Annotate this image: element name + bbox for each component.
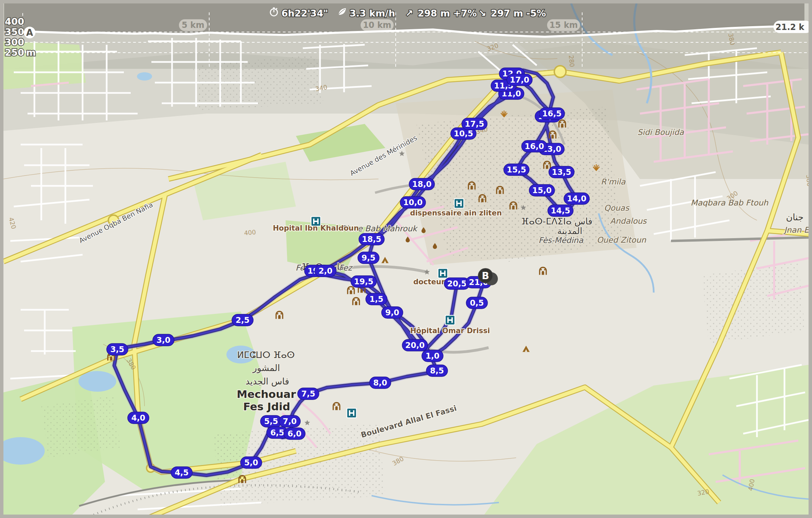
km-marker-8_5[interactable]: 8,5 xyxy=(426,365,448,377)
km-marker-label: 18,0 xyxy=(412,180,432,189)
map-label: Fès-Médina xyxy=(538,236,584,245)
km-marker-9_5[interactable]: 9,5 xyxy=(358,252,379,264)
km-marker-label: 9,0 xyxy=(385,308,399,317)
km-marker-7_0[interactable]: 7,0 xyxy=(279,415,300,427)
map-label: R'mila xyxy=(601,177,626,186)
km-marker-16_0[interactable]: 16,0 xyxy=(522,140,547,152)
km-marker-1_0[interactable]: 1,0 xyxy=(422,350,443,362)
map-label: Fes Jdid xyxy=(243,400,290,413)
km-marker-17_0[interactable]: 17,0 xyxy=(507,74,532,86)
km-marker-3_5[interactable]: 3,5 xyxy=(107,343,128,355)
km-marker-label: 16,5 xyxy=(542,109,562,118)
km-marker-4_0[interactable]: 4,0 xyxy=(128,412,149,424)
km-marker-1_5[interactable]: 1,5 xyxy=(366,293,387,305)
map-label: المدينة xyxy=(557,226,583,236)
km-marker-label: 10,5 xyxy=(454,129,473,138)
km-marker-label: 6,5 xyxy=(270,428,285,437)
km-marker-label: 6,0 xyxy=(288,429,302,438)
svg-text:21.2 k: 21.2 k xyxy=(776,22,805,32)
km-tick-pill: 10 km xyxy=(361,19,394,31)
hospital-icon xyxy=(445,315,455,325)
stat-value: 297 m -5% xyxy=(491,8,546,19)
start-marker[interactable]: A xyxy=(24,27,35,39)
km-marker-19_5[interactable]: 19,5 xyxy=(351,276,376,287)
km-marker-label: 5,0 xyxy=(244,458,258,467)
km-marker-label: 2,5 xyxy=(236,316,250,325)
km-marker-4_5[interactable]: 4,5 xyxy=(171,467,192,478)
km-marker-label: 19,5 xyxy=(354,277,374,286)
km-marker-18_0[interactable]: 18,0 xyxy=(409,178,435,190)
header-stats-bar: 6h22'34"3.3 km/h↗298 m +7%↘297 m -5% xyxy=(270,8,546,19)
km-marker-label: 14,5 xyxy=(551,206,570,215)
km-marker-label: 15,5 xyxy=(507,165,526,174)
map-label: جنان xyxy=(786,212,804,222)
km-marker-label: 8,0 xyxy=(373,378,387,387)
km-marker-label: 7,0 xyxy=(283,417,297,426)
km-marker-label: 20,0 xyxy=(405,341,425,350)
km-marker-6_0[interactable]: 6,0 xyxy=(284,428,305,440)
map-label: Qouas xyxy=(604,203,630,212)
km-marker-label: 8,5 xyxy=(430,366,444,375)
km-marker-15_0[interactable]: 15,0 xyxy=(529,184,555,196)
km-marker-18_5[interactable]: 18,5 xyxy=(359,233,384,245)
km-marker-8_0[interactable]: 8,0 xyxy=(370,377,391,389)
km-marker-17_5[interactable]: 17,5 xyxy=(462,118,487,130)
km-marker-label: 1,5 xyxy=(370,295,384,304)
contour-label: 280 xyxy=(568,55,576,67)
elevation-y-label: 400 xyxy=(5,16,24,27)
km-marker-14_5[interactable]: 14,5 xyxy=(548,205,573,216)
km-marker-label: 3,0 xyxy=(157,336,171,345)
km-marker-label: 15,0 xyxy=(532,186,552,195)
km-marker-label: 4,5 xyxy=(175,468,189,477)
arrow-down-right-icon: ↘ xyxy=(479,8,487,19)
km-marker-label: 17,5 xyxy=(465,119,484,128)
km-marker-label: 13,5 xyxy=(552,168,571,177)
hospital-icon xyxy=(347,408,356,418)
km-marker-label: 4,0 xyxy=(131,413,146,422)
km-tick-pill: 15 km xyxy=(547,19,580,31)
hospital-icon xyxy=(438,268,448,278)
km-marker-label: 10,0 xyxy=(403,198,423,207)
km-marker-20_0[interactable]: 20,0 xyxy=(402,339,428,351)
km-marker-14_0[interactable]: 14,0 xyxy=(564,193,589,204)
arrow-up-right-icon: ↗ xyxy=(405,8,413,19)
elevation-y-label: 350 xyxy=(5,27,24,37)
km-marker-2_5[interactable]: 2,5 xyxy=(232,314,253,326)
contour-label: 400 xyxy=(244,229,256,237)
stat-value: 3.3 km/h xyxy=(350,8,395,19)
stat-value: 6h22'34" xyxy=(281,8,328,19)
km-marker-label: 17,0 xyxy=(510,75,530,84)
km-marker-3_0[interactable]: 3,0 xyxy=(153,334,174,346)
map-label: Sidi Boujida xyxy=(637,128,684,137)
map-label: Jnan E xyxy=(783,225,810,234)
map-label: dispenssaire ain zliten xyxy=(410,209,502,217)
km-marker-label: 18,5 xyxy=(362,235,382,244)
map-label: Andalous xyxy=(610,216,647,225)
km-marker-13_5[interactable]: 13,5 xyxy=(549,166,574,178)
km-marker-label: 1,0 xyxy=(426,351,440,360)
km-marker-5_0[interactable]: 5,0 xyxy=(241,457,262,468)
svg-text:5 km: 5 km xyxy=(182,20,204,30)
km-marker-label: 3,5 xyxy=(110,345,125,354)
app-window: 320280340340400380420380300380320400380 … xyxy=(0,0,812,518)
km-marker-label: 7,5 xyxy=(301,389,316,398)
km-marker-0_5[interactable]: 0,5 xyxy=(466,297,488,309)
km-marker-label: 2,0 xyxy=(319,266,333,275)
map-label: ⴼⴰⵙ-ⵎⴷⵉⵏⴰ فاس xyxy=(521,216,592,226)
km-marker-7_5[interactable]: 7,5 xyxy=(298,388,319,400)
svg-text:10 km: 10 km xyxy=(363,20,392,30)
map-label: Fez xyxy=(339,263,353,272)
km-marker-label: 16,0 xyxy=(525,142,544,151)
km-marker-9_0[interactable]: 9,0 xyxy=(382,307,403,318)
km-marker-5_5[interactable]: 5,5 xyxy=(260,415,282,427)
km-marker-label: 5,5 xyxy=(264,417,278,426)
km-marker-15_5[interactable]: 15,5 xyxy=(504,164,529,176)
elevation-y-label: 300 xyxy=(5,37,24,47)
km-marker-16_5[interactable]: 16,5 xyxy=(539,108,565,119)
map-canvas[interactable]: 320280340340400380420380300380320400380 … xyxy=(0,0,812,518)
km-marker-10_0[interactable]: 10,0 xyxy=(400,197,426,208)
map-label: Hopital Ibn Khaldoun xyxy=(273,224,359,232)
km-marker-label: 0,5 xyxy=(470,298,484,307)
map-label: Mechouar xyxy=(237,388,296,400)
km-marker-2_0[interactable]: 2,0 xyxy=(315,265,336,277)
